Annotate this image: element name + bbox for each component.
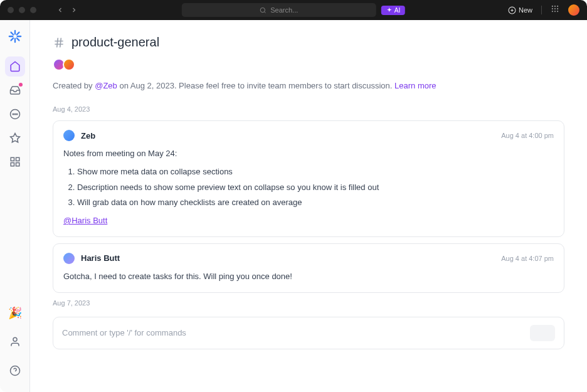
dashboard-icon (9, 156, 21, 167)
message-text: Notes from meeting on May 24: (63, 147, 554, 161)
svg-point-6 (554, 6, 556, 7)
sparkle-icon (386, 7, 393, 13)
message-body: Gotcha, I need to create tasks for this.… (63, 270, 554, 283)
channel-name: product-general (71, 35, 159, 50)
sidebar-favorites[interactable] (5, 128, 25, 148)
list-item: Will grab data on how many checklists ar… (77, 196, 554, 209)
logo-icon (8, 29, 22, 43)
sidebar-home[interactable] (5, 56, 25, 77)
new-button[interactable]: New (508, 6, 532, 14)
home-icon (9, 61, 21, 72)
svg-point-9 (554, 8, 556, 9)
search-input[interactable]: Search... (182, 3, 376, 17)
plus-circle-icon (508, 6, 516, 14)
message-timestamp: Aug 4 at 4:00 pm (501, 132, 554, 139)
message-card: Haris Butt Aug 4 at 4:07 pm Gotcha, I ne… (53, 243, 564, 293)
svg-rect-19 (11, 157, 14, 161)
learn-more-link[interactable]: Learn more (394, 81, 436, 90)
message-body: Notes from meeting on May 24: Show more … (63, 147, 554, 228)
ai-label: AI (394, 7, 400, 14)
channel-meta: Created by @Zeb on Aug 2, 2023. Please f… (53, 81, 564, 90)
svg-marker-18 (10, 134, 19, 142)
svg-point-11 (552, 11, 553, 12)
member-avatar (63, 58, 75, 71)
svg-line-29 (60, 38, 61, 47)
minimize-window-icon[interactable] (19, 7, 25, 13)
creator-link[interactable]: @Zeb (95, 81, 117, 90)
nav-back-button[interactable] (54, 4, 66, 16)
date-separator: Aug 4, 2023 (53, 105, 564, 113)
svg-point-13 (557, 11, 558, 12)
hash-icon (53, 36, 65, 49)
list-item: Description needs to show some preview t… (77, 181, 554, 194)
new-label: New (519, 6, 532, 14)
svg-point-8 (552, 8, 553, 9)
sidebar: 🎉 (0, 20, 30, 392)
sidebar-dashboards[interactable] (5, 152, 25, 172)
svg-point-12 (554, 11, 556, 12)
svg-line-1 (265, 11, 266, 13)
user-avatar[interactable] (568, 4, 579, 16)
divider (541, 6, 542, 14)
sidebar-upgrade[interactable]: 🎉 (5, 303, 25, 323)
message-author: Haris Butt (81, 253, 120, 263)
svg-point-7 (557, 6, 558, 7)
close-window-icon[interactable] (8, 7, 14, 13)
svg-point-23 (13, 337, 17, 341)
apps-button[interactable] (551, 4, 559, 16)
titlebar: Search... AI New (0, 0, 587, 20)
message-avatar (63, 253, 75, 264)
meta-text: on Aug 2, 2023. Please feel free to invi… (117, 81, 394, 90)
svg-point-17 (16, 114, 18, 115)
user-mention[interactable]: @Haris Butt (63, 216, 107, 225)
composer (53, 317, 564, 349)
notification-dot-icon (19, 83, 23, 87)
more-icon (9, 109, 21, 120)
search-icon (260, 7, 267, 14)
ai-button[interactable]: AI (381, 6, 405, 15)
svg-point-5 (552, 6, 553, 7)
svg-rect-22 (16, 163, 19, 166)
user-icon (9, 336, 21, 347)
svg-rect-20 (16, 157, 19, 161)
meta-text: Created by (53, 81, 95, 90)
sidebar-more[interactable] (5, 104, 25, 124)
star-icon (9, 132, 21, 144)
message-avatar (63, 130, 75, 141)
maximize-window-icon[interactable] (30, 7, 36, 13)
svg-point-10 (557, 8, 558, 9)
comment-input[interactable] (62, 328, 530, 337)
channel-members[interactable] (53, 58, 564, 71)
svg-point-0 (261, 8, 265, 12)
message-author: Zeb (81, 131, 95, 140)
svg-rect-21 (11, 163, 14, 166)
search-placeholder: Search... (270, 6, 298, 14)
svg-point-15 (13, 114, 14, 115)
message-card: Zeb Aug 4 at 4:00 pm Notes from meeting … (53, 120, 564, 237)
rocket-icon: 🎉 (8, 306, 22, 320)
svg-line-28 (57, 38, 58, 47)
sidebar-help[interactable] (5, 361, 25, 381)
message-timestamp: Aug 4 at 4:07 pm (501, 255, 554, 262)
main-content: product-general Created by @Zeb on Aug 2… (30, 20, 587, 392)
list-item: Show more meta data on collapse sections (77, 166, 554, 179)
nav-forward-button[interactable] (68, 4, 80, 16)
grid-icon (551, 4, 559, 13)
sidebar-invite[interactable] (5, 332, 25, 352)
inbox-icon (9, 85, 21, 96)
date-separator: Aug 7, 2023 (53, 299, 564, 307)
svg-point-16 (14, 114, 16, 115)
sidebar-inbox[interactable] (5, 80, 25, 100)
app-logo[interactable] (6, 28, 24, 45)
window-controls (8, 7, 36, 13)
send-button[interactable] (530, 325, 555, 341)
channel-header: product-general (53, 35, 564, 50)
help-icon (9, 365, 21, 376)
